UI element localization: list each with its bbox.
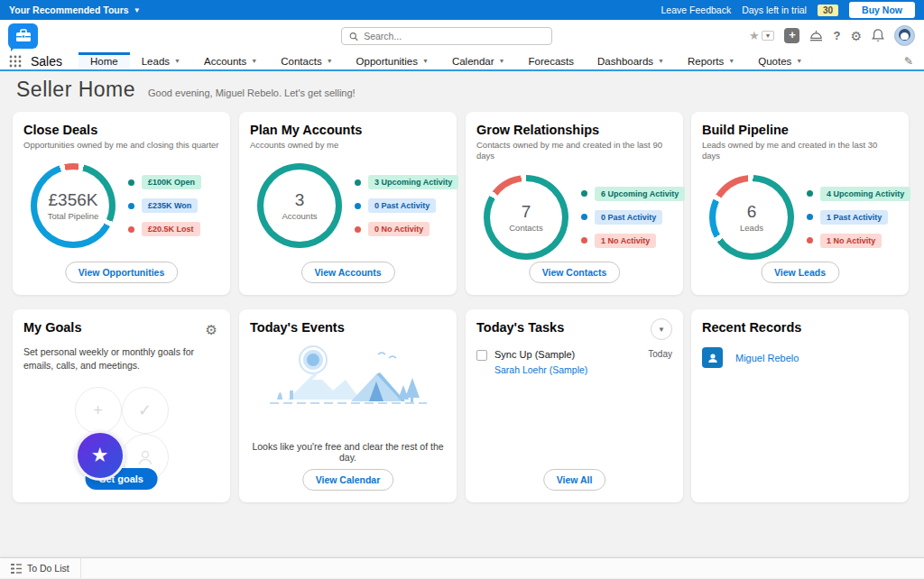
app-logo[interactable] — [8, 23, 38, 49]
utility-bar: To Do List — [0, 557, 924, 578]
legend-item: £100K Open — [128, 175, 201, 189]
help-icon[interactable]: ? — [833, 29, 840, 42]
nav-bar: Sales Home Leads▼ Accounts▼ Contacts▼ Op… — [0, 52, 924, 71]
todo-list-utility-item[interactable]: To Do List — [0, 558, 81, 578]
guidance-center-icon[interactable] — [809, 30, 823, 42]
trial-banner: Your Recommended Tours ▼ Leave Feedback … — [0, 0, 924, 20]
user-avatar[interactable] — [894, 25, 915, 46]
buy-now-button[interactable]: Buy Now — [849, 2, 915, 18]
tab-reports[interactable]: Reports▼ — [676, 52, 746, 69]
chevron-down-icon: ▼ — [728, 58, 735, 64]
search-icon — [349, 32, 358, 41]
tab-quotes[interactable]: Quotes▼ — [746, 52, 814, 69]
card-title: Today's Tasks — [476, 320, 672, 335]
setup-gear-icon[interactable]: ⚙ — [850, 29, 862, 43]
goals-settings-gear-icon[interactable]: ⚙ — [206, 322, 217, 338]
tab-forecasts[interactable]: Forecasts — [517, 52, 587, 69]
legend-dot — [355, 179, 361, 186]
legend-item: 1 Past Activity — [807, 210, 910, 225]
favorites-dropdown[interactable]: ▼ — [762, 31, 775, 41]
global-search[interactable] — [341, 27, 552, 45]
view-leads-button[interactable]: View Leads — [761, 262, 839, 283]
recommended-tours-label: Your Recommended Tours — [9, 5, 129, 15]
card-title: My Goals — [23, 320, 219, 335]
tab-opportunities[interactable]: Opportunities▼ — [345, 52, 440, 69]
leave-feedback-link[interactable]: Leave Feedback — [661, 5, 732, 15]
donut-value: 6 — [747, 202, 757, 222]
card-title: Close Deals — [23, 123, 219, 137]
accounts-donut-chart: 3 Accounts — [257, 163, 342, 248]
briefcase-icon — [15, 29, 32, 43]
chevron-down-icon: ▼ — [134, 6, 141, 14]
chevron-down-icon: ▼ — [327, 58, 333, 64]
build-pipeline-card: Build Pipeline Leads owned by me and cre… — [691, 112, 909, 295]
pipeline-donut-chart: £356K Total Pipeline — [31, 163, 116, 248]
legend-dot — [581, 237, 587, 244]
donut-label: Accounts — [282, 211, 317, 221]
plus-circle-icon: + — [75, 387, 122, 434]
task-row: Sync Up (Sample) Today — [476, 349, 672, 361]
view-all-button[interactable]: View All — [543, 469, 606, 491]
view-contacts-button[interactable]: View Contacts — [529, 262, 621, 283]
record-row: Miguel Rebelo — [702, 347, 898, 368]
legend-item: £235K Won — [128, 198, 201, 213]
plan-my-accounts-card: Plan My Accounts Accounts owned by me 3 … — [239, 112, 457, 295]
view-accounts-button[interactable]: View Accounts — [300, 262, 394, 283]
contacts-donut-chart: 7 Contacts — [484, 175, 568, 260]
tasks-dropdown-button[interactable]: ▼ — [651, 318, 672, 340]
legend-dot — [807, 190, 813, 197]
todays-tasks-card: Today's Tasks ▼ Sync Up (Sample) Today S… — [466, 309, 683, 502]
chevron-down-icon: ▼ — [658, 58, 664, 64]
legend-item: 0 Past Activity — [581, 210, 685, 225]
check-circle-icon: ✓ — [122, 387, 169, 434]
favorites-star-icon[interactable]: ★ — [749, 29, 760, 42]
star-circle-icon: ★ — [75, 430, 125, 481]
legend-dot — [581, 214, 587, 220]
global-actions-plus-icon[interactable]: + — [784, 28, 799, 43]
tab-accounts[interactable]: Accounts▼ — [192, 52, 269, 69]
grow-relationships-card: Grow Relationships Contacts owned by me … — [466, 112, 683, 295]
donut-label: Leads — [740, 223, 763, 233]
todo-list-icon — [11, 564, 22, 574]
donut-label: Contacts — [509, 223, 543, 233]
global-header: ★ ▼ + ? ⚙ — [0, 20, 924, 52]
task-due-date: Today — [648, 349, 672, 359]
record-link[interactable]: Miguel Rebelo — [735, 353, 799, 363]
events-empty-text: Looks like you're free and clear the res… — [250, 441, 446, 463]
legend-dot — [355, 203, 361, 209]
tab-contacts[interactable]: Contacts▼ — [269, 52, 344, 69]
contact-record-icon — [702, 347, 723, 368]
task-related-link[interactable]: Sarah Loehr (Sample) — [494, 364, 672, 375]
leads-donut-chart: 6 Leads — [709, 175, 794, 260]
legend-item: 4 Upcoming Activity — [807, 187, 910, 201]
legend-item: 6 Upcoming Activity — [581, 187, 685, 201]
edit-nav-pencil-icon[interactable]: ✎ — [904, 55, 913, 68]
notifications-bell-icon[interactable] — [872, 29, 884, 42]
my-goals-card: My Goals ⚙ Set personal weekly or monthl… — [13, 309, 230, 502]
tab-leads[interactable]: Leads▼ — [130, 52, 192, 69]
task-checkbox[interactable] — [476, 350, 487, 361]
legend-dot — [807, 214, 813, 220]
search-input[interactable] — [364, 31, 544, 41]
legend-dot — [355, 226, 361, 233]
goals-description: Set personal weekly or monthly goals for… — [23, 345, 219, 372]
view-opportunities-button[interactable]: View Opportunities — [65, 262, 178, 283]
chevron-down-icon: ▼ — [251, 58, 257, 64]
todays-events-card: Today's Events Looks like you're free an… — [239, 309, 457, 502]
card-subtitle: Leads owned by me and created in the las… — [702, 140, 898, 162]
view-calendar-button[interactable]: View Calendar — [302, 469, 394, 491]
chevron-down-icon: ▼ — [796, 58, 802, 64]
tab-home[interactable]: Home — [79, 52, 130, 69]
donut-value: £356K — [49, 190, 98, 210]
card-title: Plan My Accounts — [250, 123, 446, 137]
donut-value: 7 — [522, 202, 531, 222]
recommended-tours-menu[interactable]: Your Recommended Tours ▼ — [9, 5, 141, 15]
app-launcher-icon[interactable] — [9, 55, 22, 68]
tab-dashboards[interactable]: Dashboards▼ — [586, 52, 676, 69]
task-name[interactable]: Sync Up (Sample) — [494, 349, 575, 360]
trial-days-label: Days left in trial — [742, 5, 807, 15]
greeting-text: Good evening, Miguel Rebelo. Let's get s… — [148, 87, 356, 98]
tab-calendar[interactable]: Calendar▼ — [440, 52, 517, 69]
card-title: Today's Events — [250, 320, 446, 335]
legend-dot — [581, 190, 587, 197]
